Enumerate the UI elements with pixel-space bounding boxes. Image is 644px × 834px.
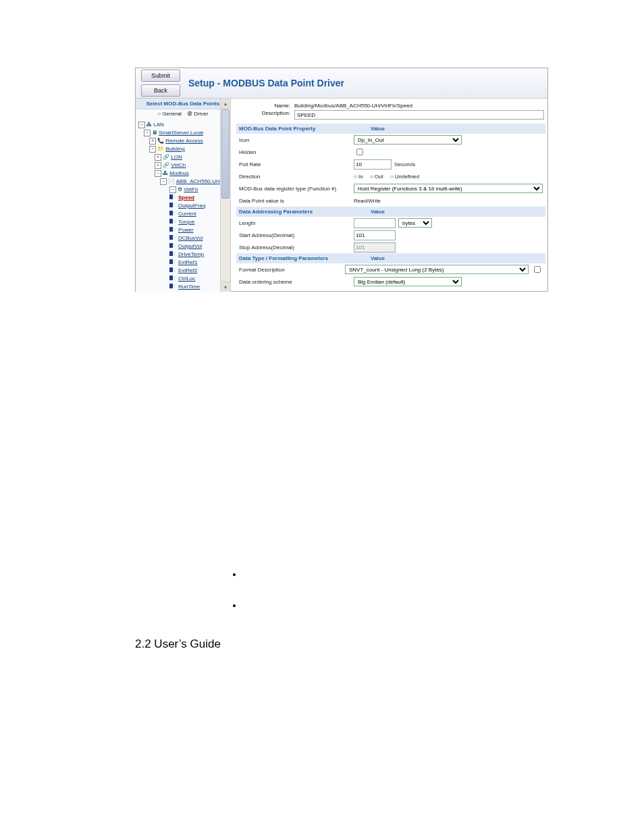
data-ordering-select[interactable]: Big Endian (default) — [354, 277, 462, 286]
start-address-input[interactable] — [354, 230, 396, 240]
tree-dp[interactable]: Torque — [138, 218, 230, 226]
dir-in-radio[interactable]: ○ In — [354, 174, 363, 180]
tree-dp[interactable]: DCBusVol — [138, 234, 230, 242]
row-length: Length bytes — [236, 217, 545, 229]
page-title: Setup - MODBUS Data Point Driver — [188, 78, 344, 88]
tree-dp-speed[interactable]: Speed — [138, 194, 230, 202]
document-footer: 2.2 User’s Guide — [135, 637, 529, 651]
bullet-placeholder — [243, 569, 547, 579]
tree-lan[interactable]: −🖧 LAN — [138, 121, 230, 129]
tree-dp[interactable]: OutputFreq — [138, 202, 230, 210]
tree-dp[interactable]: KWHCounter — [138, 291, 230, 292]
row-hidden: Hidden — [236, 146, 545, 158]
radio-general[interactable]: ○ General — [157, 111, 182, 117]
row-data-ordering: Data ordering scheme Big Endian (default… — [236, 276, 545, 288]
tree-dp[interactable]: Current — [138, 210, 230, 218]
title-bar: Submit Back Setup - MODBUS Data Point Dr… — [136, 68, 547, 99]
radio-driver[interactable]: ⦿ Driver — [187, 111, 209, 117]
row-start-address: Start Address(Decimal) — [236, 229, 545, 241]
view-mode-radios: ○ General ⦿ Driver — [136, 109, 230, 120]
stop-address-input — [354, 242, 396, 253]
row-direction: Direction ○ In ○ Out ○ Undefined — [236, 170, 545, 182]
left-nav: Select MOD-Bus Data Points ○ General ⦿ D… — [136, 99, 231, 292]
nav-tree: −🖧 LAN −🖥 SmartServer.Local +📞 Remote Ac… — [136, 120, 230, 292]
row-register-type: MOD-Bus data register type (Function #) … — [236, 182, 545, 194]
tree-dp[interactable]: ExtRef1 — [138, 259, 230, 267]
section-modbus-property: MOD-Bus Data Point Property Value — [236, 124, 545, 134]
row-pollrate: Poll Rate Seconds — [236, 158, 545, 170]
leftnav-header: Select MOD-Bus Data Points — [136, 99, 230, 109]
description-label: Description: — [236, 110, 294, 120]
document-body-text — [135, 569, 547, 610]
scroll-thumb[interactable] — [221, 109, 230, 199]
scroll-down-icon[interactable]: ▾ — [221, 282, 230, 292]
row-format-description: Format Description SNVT_count - Unsigned… — [236, 263, 545, 276]
dp-value-is: Read/Write — [354, 198, 543, 204]
tree-device[interactable]: −📄 ABB_ACH550-UH — [138, 178, 230, 186]
row-stop-address: Stop Address(Decimal) — [236, 241, 545, 253]
register-type-select[interactable]: Hold Register (Functions 3 & 16 multi-wr… — [354, 184, 543, 193]
dir-out-radio[interactable]: ○ Out — [370, 174, 383, 180]
main-panel: Name: Building/Modbus/ABB_ACH550-UH/Virt… — [231, 99, 547, 292]
tree-dp[interactable]: Power — [138, 226, 230, 234]
tree-dp[interactable]: DriveTemp — [138, 251, 230, 259]
bullet-placeholder — [243, 600, 547, 610]
pollrate-input[interactable] — [354, 159, 392, 170]
submit-button[interactable]: Submit — [141, 70, 180, 82]
dir-undefined-radio[interactable]: ○ Undefined — [390, 174, 420, 180]
tree-dp[interactable]: OutputVol — [138, 242, 230, 251]
back-button[interactable]: Back — [141, 84, 180, 97]
section-data-addressing: Data Addressing Parameters Value — [236, 207, 545, 217]
format-checkbox[interactable] — [534, 266, 541, 273]
row-icon: Icon Dp_In_Out — [236, 134, 545, 146]
length-input[interactable] — [354, 218, 396, 228]
tree-dp[interactable]: RunTime — [138, 283, 230, 291]
hidden-checkbox[interactable] — [356, 149, 363, 155]
scrollbar[interactable]: ▴ ▾ — [220, 99, 230, 292]
tree-dp[interactable]: ExtRef2 — [138, 267, 230, 275]
tree-smartserver[interactable]: −🖥 SmartServer.Local — [138, 129, 230, 137]
tree-virtch[interactable]: +🔗 VirtCh — [138, 161, 230, 170]
row-dp-value-is: Data Point value is Read/Write — [236, 194, 545, 207]
length-unit-select[interactable]: bytes — [398, 218, 432, 228]
icon-select[interactable]: Dp_In_Out — [354, 135, 462, 145]
tree-virtfb[interactable]: −⚙ VirtFb — [138, 186, 230, 194]
tree-lon[interactable]: +🔗 LON — [138, 153, 230, 161]
app-window: Submit Back Setup - MODBUS Data Point Dr… — [135, 68, 548, 292]
tree-building[interactable]: −📁 Building — [138, 145, 230, 153]
scroll-up-icon[interactable]: ▴ — [221, 99, 230, 109]
pollrate-unit: Seconds — [394, 161, 415, 167]
tree-remote-access[interactable]: +📞 Remote Access — [138, 137, 230, 145]
format-select[interactable]: SNVT_count - Unsigned Long (2 Bytes) — [345, 265, 529, 274]
section-data-type: Data Type / Formatting Parameters Value — [236, 253, 545, 263]
tree-dp[interactable]: CtrlLoc — [138, 275, 230, 283]
name-label: Name: — [236, 103, 294, 109]
name-value: Building/Modbus/ABB_ACH550-UH/VirtFb/Spe… — [294, 103, 412, 109]
description-input[interactable] — [294, 110, 544, 120]
tree-modbus[interactable]: −🖧 Modbus — [138, 170, 230, 178]
